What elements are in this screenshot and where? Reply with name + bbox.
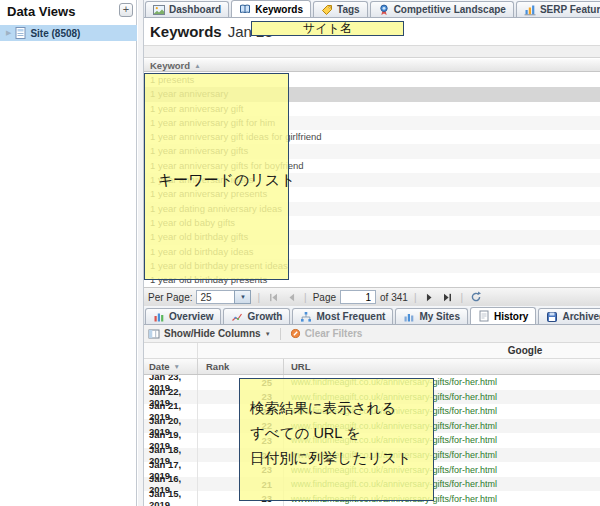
column-label: Rank	[206, 361, 229, 372]
column-header-date[interactable]: Date ▼	[144, 359, 198, 374]
tree-diagram-icon	[300, 311, 312, 323]
per-page-label: Per Page:	[148, 292, 192, 303]
chevron-down-icon: ▼	[265, 331, 271, 337]
top-tab-bar: Dashboard Keywords Tags Competitive Land…	[144, 0, 600, 18]
separator: |	[257, 292, 260, 303]
search-engine-label: Google	[508, 345, 542, 356]
award-ribbon-icon	[378, 4, 390, 16]
separator: |	[414, 292, 417, 303]
date-cell: Jan 15, 2019	[144, 491, 198, 506]
last-page-button[interactable]	[440, 290, 454, 304]
tab-label: Archived SERPs	[562, 311, 600, 322]
annotation-url-list: 検索結果に表示される すべての URL を 日付別に列挙したリスト	[239, 378, 434, 501]
keywords-icon	[239, 3, 251, 15]
tab-growth[interactable]: Growth	[223, 308, 290, 324]
tab-label: Competitive Landscape	[394, 4, 506, 15]
sidebar-item-label: Site (8508)	[30, 28, 80, 39]
first-page-button[interactable]	[266, 290, 280, 304]
tab-tags[interactable]: Tags	[313, 1, 368, 17]
tab-most-frequent[interactable]: Most Frequent	[292, 308, 393, 324]
overview-chart-icon	[153, 311, 165, 323]
history-page-icon	[478, 310, 490, 322]
tab-competitive-landscape[interactable]: Competitive Landscape	[370, 1, 514, 17]
column-label: Date	[149, 361, 170, 372]
clear-filters-button[interactable]: Clear Filters	[290, 328, 363, 339]
button-label: Show/Hide Columns	[164, 328, 261, 339]
page-number-input[interactable]	[340, 290, 376, 304]
group-cell-google: Google	[198, 343, 600, 358]
page-title: Keywords	[150, 23, 222, 40]
tab-label: SERP Features	[540, 4, 600, 15]
separator: |	[460, 292, 463, 303]
archive-disk-icon	[546, 311, 558, 323]
column-header-rank[interactable]: Rank	[198, 359, 284, 374]
annotation-site-name: サイト名	[251, 21, 404, 36]
sidebar-title: Data Views	[7, 4, 75, 19]
tab-keywords[interactable]: Keywords	[231, 0, 311, 17]
data-views-sidebar: Data Views + ▶ Site (8508)	[0, 0, 137, 506]
sort-asc-icon: ▲	[194, 62, 200, 69]
separator	[280, 328, 281, 340]
button-label: Clear Filters	[305, 328, 363, 339]
bottom-tab-bar: Overview Growth Most Frequent My Sites H…	[144, 306, 600, 325]
page-label: Page	[313, 292, 336, 303]
column-label: URL	[291, 361, 311, 372]
tab-overview[interactable]: Overview	[145, 308, 221, 324]
separator: |	[304, 292, 307, 303]
tab-label: Most Frequent	[316, 311, 385, 322]
annotation-text: 日付別に列挙したリスト	[250, 446, 433, 471]
growth-chart-icon	[231, 311, 243, 323]
column-label: Keyword	[150, 60, 190, 71]
main-panel: Dashboard Keywords Tags Competitive Land…	[143, 0, 600, 506]
per-page-select[interactable]: 25 ▼	[196, 290, 251, 304]
tab-serp-features[interactable]: SERP Features	[516, 1, 600, 17]
add-data-view-button[interactable]: +	[119, 3, 133, 17]
dashboard-icon	[153, 4, 165, 16]
expander-icon[interactable]: ▶	[6, 29, 11, 37]
annotation-keyword-list: キーワードのリスト	[144, 73, 289, 280]
tab-label: Overview	[169, 311, 213, 322]
annotation-text: サイト名	[303, 20, 352, 37]
tag-icon	[321, 4, 333, 16]
per-page-value: 25	[196, 290, 234, 304]
page-total-label: of 341	[380, 292, 408, 303]
tab-label: Growth	[247, 311, 282, 322]
column-header-url[interactable]: URL	[284, 359, 600, 374]
keyword-toolbar	[144, 45, 600, 58]
refresh-icon[interactable]	[469, 290, 483, 304]
sidebar-item-site[interactable]: ▶ Site (8508)	[0, 25, 137, 41]
keyword-column-header[interactable]: Keyword ▲	[144, 59, 600, 72]
history-column-headers: Date ▼ Rank URL	[144, 359, 600, 375]
tab-my-sites[interactable]: My Sites	[395, 308, 468, 324]
tab-archived-serps[interactable]: Archived SERPs	[538, 308, 600, 324]
columns-icon	[148, 328, 160, 340]
tab-label: History	[494, 311, 528, 322]
tab-dashboard[interactable]: Dashboard	[145, 1, 229, 17]
tab-label: Tags	[337, 4, 360, 15]
annotation-text: キーワードのリスト	[158, 171, 295, 190]
annotation-text: 検索結果に表示される	[250, 396, 433, 421]
clear-filter-icon	[290, 328, 301, 339]
sites-chart-icon	[403, 311, 415, 323]
table-actions-bar: Show/Hide Columns ▼ Clear Filters	[144, 325, 600, 343]
show-hide-columns-button[interactable]: Show/Hide Columns ▼	[148, 328, 271, 340]
previous-page-button[interactable]	[284, 290, 298, 304]
next-page-button[interactable]	[422, 290, 436, 304]
group-cell-empty	[144, 343, 198, 358]
search-engine-group-header: Google	[144, 343, 600, 359]
tab-label: My Sites	[419, 311, 460, 322]
pagination-bar: Per Page: 25 ▼ | | Page of 341 | |	[144, 287, 600, 306]
chevron-down-icon[interactable]: ▼	[234, 290, 251, 304]
bar-chart-icon	[524, 4, 536, 16]
tab-label: Keywords	[255, 4, 303, 15]
sort-desc-icon: ▼	[174, 363, 180, 370]
site-icon	[15, 27, 26, 39]
annotation-text: すべての URL を	[250, 421, 433, 446]
tab-label: Dashboard	[169, 4, 221, 15]
tab-history[interactable]: History	[470, 307, 536, 324]
